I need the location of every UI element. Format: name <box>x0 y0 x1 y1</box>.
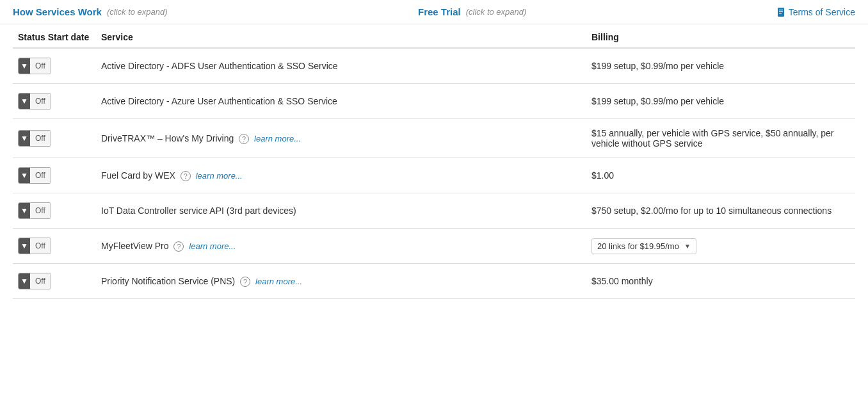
toggle-button[interactable]: ▼ Off <box>18 130 51 147</box>
billing-cell: $199 setup, $0.99/mo per vehicle <box>586 84 855 119</box>
billing-dropdown-value: 20 links for $19.95/mo <box>597 241 679 251</box>
terms-section: Terms of Service <box>777 7 855 17</box>
table-row: ▼ Off DriveTRAX™ – How's My Driving ? le… <box>13 119 855 158</box>
toggle-label: Off <box>30 168 51 183</box>
toggle-button[interactable]: ▼ Off <box>18 238 51 254</box>
learn-more-link[interactable]: learn more... <box>196 171 243 181</box>
free-trial-link[interactable]: Free Trial <box>418 6 461 17</box>
service-name: Priority Notification Service (PNS) <box>101 276 235 286</box>
how-services-link[interactable]: How Services Work <box>13 6 102 17</box>
service-name: IoT Data Controller service API (3rd par… <box>101 206 296 216</box>
billing-cell: $35.00 monthly <box>586 264 855 299</box>
service-cell: DriveTRAX™ – How's My Driving ? learn mo… <box>96 119 586 158</box>
service-name: Fuel Card by WEX <box>101 170 175 181</box>
status-cell: ▼ Off <box>13 84 96 119</box>
table-row: ▼ Off Priority Notification Service (PNS… <box>13 264 855 299</box>
billing-cell: $15 annually, per vehicle with GPS servi… <box>586 119 855 158</box>
toggle-label: Off <box>30 238 51 254</box>
toggle-button[interactable]: ▼ Off <box>18 273 51 289</box>
svg-rect-3 <box>779 13 782 13</box>
free-trial-expand-hint: (click to expand) <box>466 7 527 17</box>
service-cell: IoT Data Controller service API (3rd par… <box>96 193 586 229</box>
service-name: Active Directory - ADFS User Authenticat… <box>101 61 338 71</box>
help-icon[interactable]: ? <box>239 134 249 144</box>
toggle-button[interactable]: ▼ Off <box>18 202 51 219</box>
billing-cell: $199 setup, $0.99/mo per vehicle <box>586 48 855 84</box>
toggle-handle: ▼ <box>19 238 30 254</box>
billing-cell: 20 links for $19.95/mo ▼ <box>586 229 855 264</box>
service-cell: Priority Notification Service (PNS) ? le… <box>96 264 586 299</box>
billing-text: $1.00 <box>591 170 614 181</box>
billing-text: $750 setup, $2.00/mo for up to 10 simult… <box>591 206 832 216</box>
toggle-button[interactable]: ▼ Off <box>18 58 51 74</box>
svg-rect-0 <box>778 8 784 17</box>
toggle-button[interactable]: ▼ Off <box>18 93 51 109</box>
billing-cell: $1.00 <box>586 158 855 193</box>
status-cell: ▼ Off <box>13 158 96 193</box>
terms-label: Terms of Service <box>789 7 855 17</box>
service-name: DriveTRAX™ – How's My Driving <box>101 133 234 143</box>
free-trial-section: Free Trial (click to expand) <box>418 6 526 17</box>
how-services-expand-hint: (click to expand) <box>107 7 168 17</box>
service-cell: Fuel Card by WEX ? learn more... <box>96 158 586 193</box>
learn-more-link[interactable]: learn more... <box>254 134 301 143</box>
status-cell: ▼ Off <box>13 48 96 84</box>
header-service: Service <box>96 24 586 48</box>
status-cell: ▼ Off <box>13 193 96 229</box>
toggle-handle: ▼ <box>19 58 30 74</box>
toggle-label: Off <box>30 58 51 74</box>
billing-text: $15 annually, per vehicle with GPS servi… <box>591 128 833 149</box>
services-table: Status Start date Service Billing ▼ Off … <box>13 24 855 299</box>
billing-text: $199 setup, $0.99/mo per vehicle <box>591 96 724 106</box>
document-icon <box>777 7 786 17</box>
billing-cell: $750 setup, $2.00/mo for up to 10 simult… <box>586 193 855 229</box>
svg-rect-1 <box>779 10 783 10</box>
status-cell: ▼ Off <box>13 264 96 299</box>
status-cell: ▼ Off <box>13 229 96 264</box>
table-row: ▼ Off Active Directory - Azure User Auth… <box>13 84 855 119</box>
billing-text: $35.00 monthly <box>591 276 653 286</box>
service-cell: Active Directory - Azure User Authentica… <box>96 84 586 119</box>
table-row: ▼ Off Fuel Card by WEX ? learn more...$1… <box>13 158 855 193</box>
help-icon[interactable]: ? <box>173 241 184 252</box>
header-billing: Billing <box>586 24 855 48</box>
toggle-handle: ▼ <box>19 131 30 146</box>
table-header-row: Status Start date Service Billing <box>13 24 855 48</box>
toggle-label: Off <box>30 273 51 289</box>
status-cell: ▼ Off <box>13 119 96 158</box>
terms-of-service-link[interactable]: Terms of Service <box>777 7 855 17</box>
top-bar: How Services Work (click to expand) Free… <box>0 0 868 24</box>
learn-more-link[interactable]: learn more... <box>189 241 236 251</box>
toggle-label: Off <box>30 131 51 146</box>
svg-rect-2 <box>779 11 783 12</box>
table-row: ▼ Off MyFleetView Pro ? learn more... 20… <box>13 229 855 264</box>
toggle-handle: ▼ <box>19 93 30 109</box>
learn-more-link[interactable]: learn more... <box>255 277 302 286</box>
toggle-handle: ▼ <box>19 273 30 289</box>
dropdown-arrow-icon: ▼ <box>684 243 691 250</box>
help-icon[interactable]: ? <box>240 277 250 287</box>
service-cell: Active Directory - ADFS User Authenticat… <box>96 48 586 84</box>
help-icon[interactable]: ? <box>181 171 191 181</box>
toggle-label: Off <box>30 203 51 218</box>
service-name: MyFleetView Pro <box>101 241 169 251</box>
header-status: Status Start date <box>13 24 96 48</box>
toggle-handle: ▼ <box>19 168 30 183</box>
table-row: ▼ Off Active Directory - ADFS User Authe… <box>13 48 855 84</box>
billing-text: $199 setup, $0.99/mo per vehicle <box>591 61 724 71</box>
toggle-handle: ▼ <box>19 203 30 218</box>
services-table-container: Status Start date Service Billing ▼ Off … <box>0 24 868 299</box>
service-name: Active Directory - Azure User Authentica… <box>101 96 337 106</box>
service-cell: MyFleetView Pro ? learn more... <box>96 229 586 264</box>
toggle-label: Off <box>30 93 51 109</box>
table-row: ▼ Off IoT Data Controller service API (3… <box>13 193 855 229</box>
toggle-button[interactable]: ▼ Off <box>18 167 51 184</box>
billing-dropdown[interactable]: 20 links for $19.95/mo ▼ <box>591 238 696 254</box>
how-services-section: How Services Work (click to expand) <box>13 6 168 17</box>
